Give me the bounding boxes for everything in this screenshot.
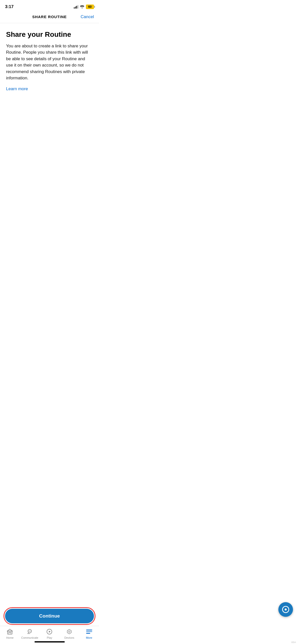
wifi-icon: [80, 5, 84, 9]
page-header: SHARE ROUTINE Cancel: [0, 12, 99, 23]
status-icons: 60: [74, 5, 94, 9]
main-content: Share your Routine You are about to crea…: [0, 23, 99, 91]
page-title: Share your Routine: [6, 30, 93, 39]
cancel-button[interactable]: Cancel: [81, 14, 94, 19]
signal-icon: [74, 5, 78, 9]
status-bar: 3:17 60: [0, 0, 99, 12]
status-time: 3:17: [5, 4, 14, 9]
header-title: SHARE ROUTINE: [32, 15, 67, 19]
battery-icon: 60: [86, 5, 94, 9]
battery-level: 60: [88, 5, 91, 9]
page-description: You are about to create a link to share …: [6, 43, 93, 81]
learn-more-link[interactable]: Learn more: [6, 86, 28, 91]
